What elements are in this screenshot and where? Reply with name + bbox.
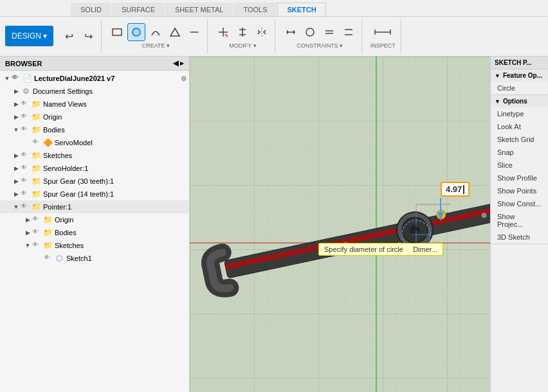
rect-tool[interactable] [108,23,126,41]
tree-spurgear14[interactable]: ▶ 👁 📁 Spur Gear (14 teeth):1 [0,188,189,200]
feature-options-label: Feature Op... [503,72,542,79]
option-sketch-grid[interactable]: Sketch Grid [491,133,548,146]
option-show-points[interactable]: Show Points [491,184,548,197]
tree-root[interactable]: ▼ 👁 📄 LectureDialJune2021 v7 ⚙ [0,72,189,85]
trim-tool[interactable] [214,23,232,41]
options-header[interactable]: ▼ Options [491,95,548,107]
tree-pointer-origin[interactable]: ▶ 👁 📁 Origin [0,213,189,226]
tree-origin[interactable]: ▶ 👁 📁 Origin [0,111,189,123]
pointer-bodies-arrow: ▶ [23,229,32,236]
feature-options-section: ▼ Feature Op... Circle [491,69,548,95]
extend-tool[interactable] [233,23,251,41]
measure-tool[interactable] [369,23,397,41]
dim-cursor [463,185,464,194]
specify-diameter-tooltip: Specify diameter of circle Dimer... [318,243,443,256]
tree-pointer-bodies[interactable]: ▶ 👁 📁 Bodies [0,226,189,239]
tree-servomodel[interactable]: 👁 🔶 ServoModel [0,136,189,149]
canvas-area[interactable]: 4.97 Specify diameter of circle Dimer... [190,57,490,392]
tree-sketches-top[interactable]: ▶ 👁 📁 Sketches [0,149,189,162]
sketch1-eye[interactable]: 👁 [44,254,53,263]
spurgear30-eye[interactable]: 👁 [21,177,30,186]
mirror-tool[interactable] [253,23,271,41]
tab-tools[interactable]: TOOLS [233,3,277,16]
tree-bodies[interactable]: ▼ 👁 📁 Bodies [0,123,189,136]
tab-row: SOLID SURFACE SHEET METAL TOOLS SKETCH [0,0,548,17]
sketches-top-eye[interactable]: 👁 [21,151,30,160]
tree-named-views[interactable]: ▶ 👁 📁 Named Views [0,98,189,111]
tree-pointer[interactable]: ▼ 👁 📁 Pointer:1 [0,200,189,213]
feature-options-header[interactable]: ▼ Feature Op... [491,69,548,82]
doc-settings-label: Document Settings [33,87,187,95]
right-panel: SKETCH P... ▼ Feature Op... Circle ▼ Opt… [490,57,548,392]
pointer-sketches-label: Sketches [55,242,187,249]
browser-collapse[interactable]: ◀ ▸ [173,59,184,67]
design-dropdown[interactable]: DESIGN ▾ [5,26,53,46]
pointer-origin-arrow: ▶ [23,217,32,223]
options-label: Options [503,98,527,105]
spurgear30-label: Spur Gear (30 teeth):1 [43,177,187,185]
option-slice[interactable]: Slice [491,159,548,172]
pointer-label: Pointer:1 [43,203,187,211]
root-settings-icon[interactable]: ⚙ [181,75,187,82]
line-ext-tool[interactable] [185,23,203,41]
triangle-tool[interactable] [166,23,184,41]
constraints-group: CONSTRAINTS ▾ [278,19,362,53]
tab-solid[interactable]: SOLID [71,3,111,16]
options-section: ▼ Options Linetype Look At Sketch Grid S… [491,95,548,244]
pointer-bodies-eye[interactable]: 👁 [32,228,41,237]
named-views-eye[interactable]: 👁 [21,100,30,109]
tree-sketch1[interactable]: 👁 ⬡ Sketch1 [0,252,189,265]
undo-button[interactable]: ↩ [60,27,78,45]
root-eye[interactable]: 👁 [12,74,21,83]
sketches-top-arrow: ▶ [12,152,21,159]
svg-point-2 [132,28,141,37]
option-look-at[interactable]: Look At [491,120,548,133]
arc-tool[interactable] [147,23,165,41]
tab-sheetmetal[interactable]: SHEET METAL [165,3,233,16]
pointer-arrow: ▼ [12,204,21,210]
circle-tool[interactable] [127,23,145,41]
sketch1-label: Sketch1 [66,254,187,262]
constraints-label: CONSTRAINTS ▾ [297,42,343,49]
tab-sketch[interactable]: SKETCH [277,3,325,16]
browser-tree: ▼ 👁 📄 LectureDialJune2021 v7 ⚙ ▶ ⚙ Docum… [0,71,189,392]
option-show-projected[interactable]: Show Projec... [491,210,548,231]
named-views-arrow: ▶ [12,101,21,107]
equal-tool[interactable] [320,23,338,41]
pointer-eye[interactable]: 👁 [21,202,30,211]
pointer-origin-eye[interactable]: 👁 [32,215,41,224]
option-snap[interactable]: Snap [491,146,548,159]
inspect-group: INSPECT [365,19,401,53]
servoholder-eye[interactable]: 👁 [21,164,30,173]
bodies-icon: 📁 [31,125,41,135]
option-show-constraints[interactable]: Show Const... [491,197,548,210]
svg-line-9 [225,34,228,37]
servomodel-icon: 🔶 [42,138,53,148]
pointer-bodies-label: Bodies [55,229,187,236]
option-show-profile[interactable]: Show Profile [491,172,548,184]
servoholder-label: ServoHolder:1 [43,165,187,172]
origin-eye[interactable]: 👁 [21,112,30,121]
circle-constraint-tool[interactable] [301,23,319,41]
spurgear14-icon: 📁 [31,189,41,199]
create-label: CREATE ▾ [142,42,170,49]
tree-doc-settings[interactable]: ▶ ⚙ Document Settings [0,85,189,98]
redo-button[interactable]: ↪ [79,27,97,45]
feature-name-item[interactable]: Circle [491,82,548,94]
tab-surface[interactable]: SURFACE [112,3,165,16]
doc-settings-icon: ⚙ [21,86,31,96]
spurgear14-eye[interactable]: 👁 [21,190,30,199]
origin-label: Origin [43,113,187,121]
option-3d-sketch[interactable]: 3D Sketch [491,231,548,244]
constraint-h-tool[interactable] [282,23,300,41]
dimension-input[interactable]: 4.97 [441,182,470,197]
bodies-eye[interactable]: 👁 [21,125,30,134]
tree-pointer-sketches[interactable]: ▼ 👁 📁 Sketches [0,239,189,252]
option-linetype[interactable]: Linetype [491,107,548,120]
browser-title: BROWSER [5,60,42,67]
pointer-sketches-eye[interactable]: 👁 [32,241,41,250]
tree-servoholder[interactable]: ▶ 👁 📁 ServoHolder:1 [0,162,189,175]
tree-spurgear30[interactable]: ▶ 👁 📁 Spur Gear (30 teeth):1 [0,175,189,188]
parallel-tool[interactable] [340,23,358,41]
servomodel-eye[interactable]: 👁 [32,138,41,147]
